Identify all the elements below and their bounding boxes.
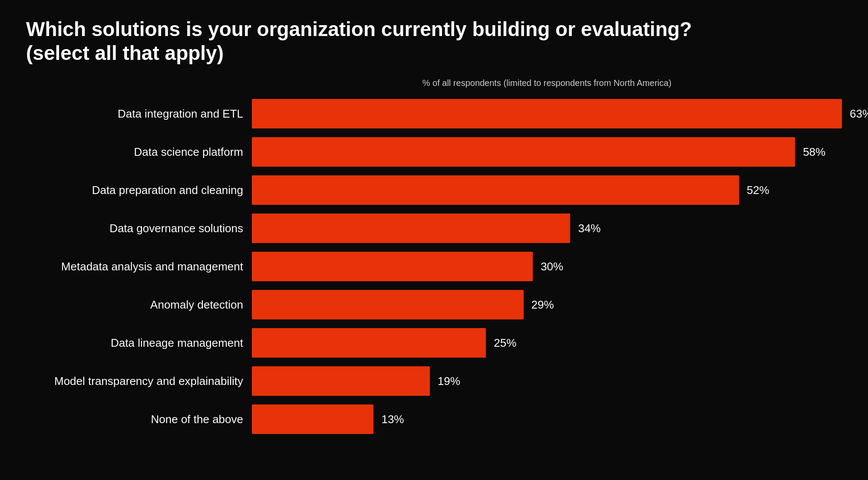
bar-row: Metadata analysis and management30% xyxy=(26,249,842,284)
bar: 29% xyxy=(252,290,524,319)
bar-row: Data preparation and cleaning52% xyxy=(26,172,842,208)
bar-row: None of the above13% xyxy=(26,401,842,437)
bar-wrapper: 52% xyxy=(252,172,842,208)
bar-wrapper: 34% xyxy=(252,210,842,246)
bar: 25% xyxy=(252,328,486,358)
bar-value: 34% xyxy=(574,222,601,235)
bar-row: Data governance solutions34% xyxy=(26,210,842,246)
bar-row: Anomaly detection29% xyxy=(26,287,842,322)
bar-value: 58% xyxy=(799,145,825,159)
bar-label: Data governance solutions xyxy=(26,222,252,235)
bar-wrapper: 19% xyxy=(252,363,842,399)
chart-title: Which solutions is your organization cur… xyxy=(26,17,842,65)
bar: 34% xyxy=(252,214,570,243)
bar-value: 29% xyxy=(528,298,554,312)
title-line1: Which solutions is your organization cur… xyxy=(26,18,692,40)
bar-row: Data science platform58% xyxy=(26,134,842,170)
bar-value: 13% xyxy=(378,413,404,426)
bar-wrapper: 25% xyxy=(252,325,842,361)
bar-label: Model transparency and explainability xyxy=(26,375,252,388)
bar-label: None of the above xyxy=(26,413,252,426)
bar-row: Data lineage management25% xyxy=(26,325,842,361)
bar: 19% xyxy=(252,366,430,396)
bar-wrapper: 63% xyxy=(252,96,842,132)
bar-wrapper: 58% xyxy=(252,134,842,170)
bar-label: Data preparation and cleaning xyxy=(26,184,252,197)
bar-label: Metadata analysis and management xyxy=(26,260,252,273)
bar-value: 52% xyxy=(743,184,769,197)
bar-label: Anomaly detection xyxy=(26,298,252,312)
bar: 13% xyxy=(252,404,373,434)
bar-wrapper: 29% xyxy=(252,287,842,322)
bar-value: 63% xyxy=(846,107,868,121)
bar: 58% xyxy=(252,137,795,167)
bar-value: 30% xyxy=(537,260,563,273)
bar: 63% xyxy=(252,99,842,128)
title-line2: (select all that apply) xyxy=(26,42,224,64)
axis-label: % of all respondents (limited to respond… xyxy=(252,78,842,88)
bar-row: Data integration and ETL63% xyxy=(26,96,842,132)
bar-value: 19% xyxy=(434,375,460,388)
bar-chart: Data integration and ETL63%Data science … xyxy=(26,96,842,467)
bar-value: 25% xyxy=(490,336,516,350)
bar-wrapper: 13% xyxy=(252,401,842,437)
bar-wrapper: 30% xyxy=(252,249,842,284)
bar: 52% xyxy=(252,175,739,205)
bar-label: Data science platform xyxy=(26,145,252,159)
bar-label: Data integration and ETL xyxy=(26,107,252,121)
bar: 30% xyxy=(252,252,533,281)
bar-label: Data lineage management xyxy=(26,336,252,350)
chart-container: % of all respondents (limited to respond… xyxy=(26,78,842,467)
bar-row: Model transparency and explainability19% xyxy=(26,363,842,399)
